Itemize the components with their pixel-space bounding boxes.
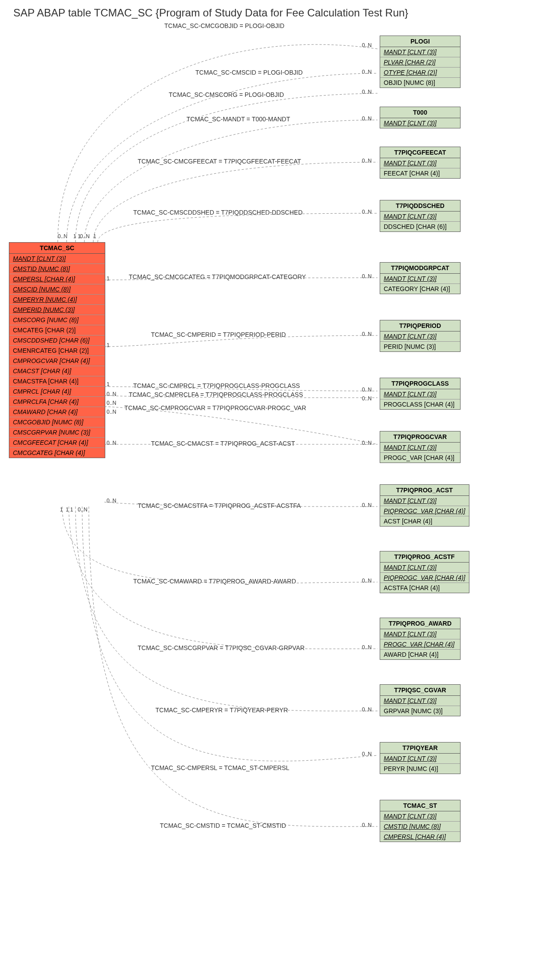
cardinality-label: 1: [60, 507, 63, 513]
entity-field: MANDT [CLNT (3)]: [380, 274, 460, 284]
entity-header: T000: [380, 107, 460, 118]
entity-field: CMPERID [NUMC (3)]: [9, 305, 105, 315]
cardinality-label: 0..N: [362, 116, 372, 122]
relationship-label: TCMAC_SC-CMPERID = T7PIQPERIOD-PERID: [151, 331, 286, 338]
cardinality-label: 0..N: [362, 578, 372, 584]
cardinality-label: 0..N: [107, 391, 116, 397]
entity-header: PLOGI: [380, 36, 460, 47]
entity-field: CMSCID [NUMC (8)]: [9, 284, 105, 295]
entity-field: PERYR [NUMC (4)]: [380, 764, 460, 774]
entity-field: CMCGCATEG [CHAR (4)]: [9, 448, 105, 458]
entity-field: CMCATEG [CHAR (2)]: [9, 325, 105, 335]
entity-field: CATEGORY [CHAR (4)]: [380, 284, 460, 294]
entity-field: PLVAR [CHAR (2)]: [380, 57, 460, 68]
entity-field: PIQPROGC_VAR [CHAR (4)]: [380, 573, 469, 583]
entity-header: T7PIQPROG_ACSTF: [380, 551, 469, 563]
entity-header: T7PIQMODGRPCAT: [380, 263, 460, 274]
entity-field: OBJID [NUMC (8)]: [380, 78, 460, 88]
entity-field: CMSTID [NUMC (8)]: [9, 264, 105, 274]
relationship-label: TCMAC_SC-CMPRCLFA = T7PIQPROGCLASS-PROGC…: [129, 391, 303, 398]
entity-t7piqprogclass: T7PIQPROGCLASSMANDT [CLNT (3)]PROGCLASS …: [380, 378, 461, 410]
relationship-label: TCMAC_SC-CMSCID = PLOGI-OBJID: [195, 69, 303, 76]
cardinality-label: 1: [93, 233, 96, 239]
entity-t7piqprog_acstf: T7PIQPROG_ACSTFMANDT [CLNT (3)]PIQPROGC_…: [380, 551, 469, 593]
cardinality-label: 1: [107, 381, 110, 387]
relationship-label: TCMAC_SC-CMSTID = TCMAC_ST-CMSTID: [160, 822, 286, 829]
cardinality-label: 0..N: [362, 387, 372, 393]
entity-field: OTYPE [CHAR (2)]: [380, 68, 460, 78]
cardinality-label: 0..N: [78, 507, 87, 513]
relationship-label: TCMAC_SC-CMPERYR = T7PIQYEAR-PERYR: [155, 707, 288, 714]
entity-header: T7PIQPROG_AWARD: [380, 618, 460, 629]
entity-field: DDSCHED [CHAR (6)]: [380, 222, 460, 232]
entity-field: MANDT [CLNT (3)]: [380, 754, 460, 764]
entity-t7piqprog_acst: T7PIQPROG_ACSTMANDT [CLNT (3)]PIQPROGC_V…: [380, 484, 469, 527]
cardinality-label: 1: [107, 342, 110, 348]
cardinality-label: 0..N: [362, 644, 372, 651]
entity-field: CMSCGRPVAR [NUMC (3)]: [9, 427, 105, 438]
entity-tcmac_st: TCMAC_STMANDT [CLNT (3)]CMSTID [NUMC (8)…: [380, 800, 461, 842]
entity-header: TCMAC_ST: [380, 800, 460, 811]
relationship-label: TCMAC_SC-CMSCGRPVAR = T7PIQSC_CGVAR-GRPV…: [138, 644, 305, 651]
relationship-label: TCMAC_SC-CMAWARD = T7PIQPROG_AWARD-AWARD: [133, 578, 296, 585]
entity-field: CMCGFEECAT [CHAR (4)]: [9, 438, 105, 448]
entity-t7piqprog_award: T7PIQPROG_AWARDMANDT [CLNT (3)]PROGC_VAR…: [380, 618, 461, 660]
cardinality-label: 0..N: [362, 331, 372, 337]
entity-field: MANDT [CLNT (3)]: [380, 47, 460, 57]
entity-field: MANDT [CLNT (3)]: [380, 389, 460, 399]
entity-field: CMSTID [NUMC (8)]: [380, 822, 460, 832]
cardinality-label: 0..N: [362, 440, 372, 446]
entity-field: CMACST [CHAR (4)]: [9, 366, 105, 376]
entity-header: T7PIQYEAR: [380, 742, 460, 754]
entity-field: CMACSTFA [CHAR (4)]: [9, 376, 105, 387]
entity-t7piqprogcvar: T7PIQPROGCVARMANDT [CLNT (3)]PROGC_VAR […: [380, 431, 461, 463]
entity-field: CMPRCL [CHAR (4)]: [9, 387, 105, 397]
entity-header: T7PIQPROGCLASS: [380, 378, 460, 389]
entity-t7piqperiod: T7PIQPERIODMANDT [CLNT (3)]PERID [NUMC (…: [380, 320, 461, 352]
entity-field: CMSCORG [NUMC (8)]: [9, 315, 105, 325]
entity-field: MANDT [CLNT (3)]: [380, 331, 460, 342]
cardinality-label: 0..N: [107, 400, 116, 406]
entity-field: MANDT [CLNT (3)]: [380, 811, 460, 822]
entity-main: TCMAC_SC MANDT [CLNT (3)]CMSTID [NUMC (8…: [9, 242, 105, 458]
entity-field: CMAWARD [CHAR (4)]: [9, 407, 105, 417]
entity-header: T7PIQPROGCVAR: [380, 431, 460, 443]
cardinality-label: 0..N: [362, 158, 372, 164]
entity-field: FEECAT [CHAR (4)]: [380, 168, 460, 178]
entity-field: AWARD [CHAR (4)]: [380, 650, 460, 659]
entity-t000: T000MANDT [CLNT (3)]: [380, 107, 461, 128]
entity-header: T7PIQPERIOD: [380, 320, 460, 331]
cardinality-label: 1 1: [66, 507, 73, 513]
cardinality-label: 0..N: [107, 498, 116, 504]
cardinality-label: 0..N: [58, 233, 68, 239]
cardinality-label: 0..N: [80, 233, 90, 239]
entity-header: T7PIQSC_CGVAR: [380, 685, 460, 696]
cardinality-label: 0..N: [362, 42, 372, 48]
entity-field: MANDT [CLNT (3)]: [380, 158, 460, 168]
entity-field: MANDT [CLNT (3)]: [380, 629, 460, 639]
entity-field: PERID [NUMC (3)]: [380, 342, 460, 351]
entity-field: PROGC_VAR [CHAR (4)]: [380, 453, 460, 463]
cardinality-label: 0..N: [362, 822, 372, 828]
entity-field: ACST [CHAR (4)]: [380, 516, 469, 526]
relationship-label: TCMAC_SC-CMCGFEECAT = T7PIQCGFEECAT-FEEC…: [138, 158, 301, 165]
relationship-label: TCMAC_SC-CMCGOBJID = PLOGI-OBJID: [164, 22, 284, 29]
entity-t7piqcgfeecat: T7PIQCGFEECATMANDT [CLNT (3)]FEECAT [CHA…: [380, 147, 461, 179]
entity-header: T7PIQCGFEECAT: [380, 147, 460, 158]
entity-field: CMSCDDSHED [CHAR (6)]: [9, 335, 105, 346]
entity-field: PIQPROGC_VAR [CHAR (4)]: [380, 506, 469, 516]
entity-t7piqyear: T7PIQYEARMANDT [CLNT (3)]PERYR [NUMC (4)…: [380, 742, 461, 774]
entity-field: CMPERSL [CHAR (4)]: [380, 832, 460, 842]
entity-field: PROGCLASS [CHAR (4)]: [380, 399, 460, 409]
relationship-label: TCMAC_SC-CMACSTFA = T7PIQPROG_ACSTF-ACST…: [138, 502, 301, 509]
relationship-label: TCMAC_SC-CMPERSL = TCMAC_ST-CMPERSL: [151, 764, 290, 771]
cardinality-label: 0..N: [362, 707, 372, 713]
entity-field: CMPERYR [NUMC (4)]: [9, 295, 105, 305]
entity-field: ACSTFA [CHAR (4)]: [380, 583, 469, 593]
entity-t7piqddsched: T7PIQDDSCHEDMANDT [CLNT (3)]DDSCHED [CHA…: [380, 200, 461, 232]
entity-field: CMENRCATEG [CHAR (2)]: [9, 346, 105, 356]
cardinality-label: 0..N: [107, 440, 116, 446]
relationship-label: TCMAC_SC-CMSCDDSHED = T7PIQDDSCHED-DDSCH…: [133, 209, 302, 216]
entity-field: MANDT [CLNT (3)]: [380, 212, 460, 222]
relationship-label: TCMAC_SC-MANDT = T000-MANDT: [187, 116, 290, 123]
